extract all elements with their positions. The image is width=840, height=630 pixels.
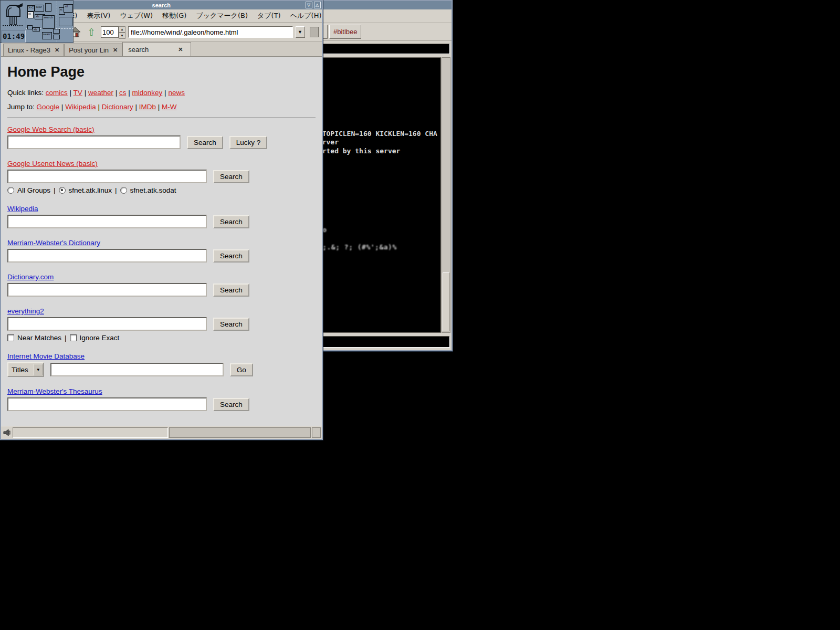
shade-icon[interactable]: ▽ (306, 2, 312, 8)
section-link-imdb[interactable]: Internet Movie Database (7, 352, 85, 360)
select-dropdown-icon: ▼ (34, 364, 43, 375)
link-dictionary[interactable]: Dictionary (102, 103, 133, 111)
link-wikipedia[interactable]: Wikipedia (65, 103, 96, 111)
raise-icon[interactable]: △ (314, 2, 321, 8)
tab-post-your-link[interactable]: Post your Lin ✕ (64, 44, 122, 56)
pager-mini-window[interactable]: search (43, 15, 55, 29)
quick-links: Quick links: comics | TV | weather | cs … (7, 89, 316, 97)
tab-close-icon[interactable]: ✕ (178, 46, 183, 53)
pager-mini-window[interactable] (53, 29, 60, 34)
section-link-google-usenet[interactable]: Google Usenet News (basic) (7, 160, 98, 167)
everything2-search-input[interactable] (7, 317, 207, 331)
dictionary-com-search-button[interactable]: Search (213, 284, 249, 297)
progress-bar (169, 427, 311, 438)
wikipedia-search-button[interactable]: Search (213, 215, 249, 228)
tab-bitlbee[interactable]: #bitlbee (329, 25, 362, 39)
mw-thesaurus-search-input[interactable] (7, 397, 207, 411)
imdb-go-button[interactable]: Go (230, 363, 253, 376)
tab-linux-rage[interactable]: Linux - Rage3 ✕ (3, 44, 64, 56)
radio-sfnet-atk-sodat[interactable] (120, 187, 127, 194)
radio-label-all-groups: All Groups (17, 186, 50, 194)
menu-bookmarks[interactable]: ブックマーク(B) (196, 11, 248, 20)
tab-close-icon[interactable]: ✕ (113, 47, 118, 54)
menu-tabs[interactable]: タブ(T) (257, 11, 281, 20)
google-lucky-button[interactable]: Lucky ? (229, 136, 268, 149)
usenet-search-button[interactable]: Search (213, 170, 249, 183)
google-web-search-button[interactable]: Search (187, 136, 223, 149)
pager-mini-window[interactable]: xb (33, 27, 40, 32)
up-icon[interactable]: ⇧ (85, 25, 98, 39)
checkbox-label-near-matches: Near Matches (17, 334, 61, 342)
url-dropdown-icon[interactable]: ▼ (296, 26, 305, 38)
menu-view[interactable]: 表示(V) (87, 11, 110, 20)
pager-mini-window[interactable] (27, 25, 33, 29)
section-link-mw-thesaurus[interactable]: Merriam-Webster's Thesaurus (7, 387, 102, 395)
tab-label: search (128, 46, 149, 54)
resize-grip[interactable] (312, 427, 321, 438)
mw-dictionary-search-input[interactable] (7, 249, 207, 262)
pager-mini-window[interactable] (53, 35, 60, 39)
checkbox-ignore-exact[interactable] (70, 334, 77, 341)
link-news[interactable]: news (168, 89, 185, 97)
link-comics[interactable]: comics (46, 89, 68, 97)
checkbox-near-matches[interactable] (7, 334, 14, 341)
section-link-mw-dictionary[interactable]: Merriam-Webster's Dictionary (7, 239, 100, 247)
spin-down-icon[interactable]: ▼ (119, 33, 125, 39)
link-imdb[interactable]: IMDb (139, 103, 156, 111)
menu-help[interactable]: ヘルプ(H) (290, 11, 322, 20)
clock: 01:49 (2, 30, 26, 43)
mailbox-icon[interactable] (2, 2, 25, 29)
link-weather[interactable]: weather (88, 89, 113, 97)
mw-thesaurus-search-button[interactable]: Search (213, 398, 249, 411)
clock-time: 01:49 (3, 32, 25, 40)
menu-go[interactable]: 移動(G) (162, 11, 186, 20)
zoom-spinner: ▲ ▼ (101, 26, 125, 38)
everything2-search-button[interactable]: Search (213, 318, 249, 331)
divider (7, 117, 316, 118)
pager-mini-window[interactable]: sear (35, 5, 44, 12)
pager-mini-window[interactable] (59, 17, 72, 26)
scrollbar-thumb[interactable] (443, 272, 449, 331)
pager-mini-window[interactable] (45, 3, 51, 12)
browser-tabbar: Linux - Rage3 ✕ Post your Lin ✕ search ✕ (1, 42, 322, 57)
link-tv[interactable]: TV (74, 89, 82, 97)
section-link-dictionary-com[interactable]: Dictionary.com (7, 273, 54, 281)
link-mldonkey[interactable]: mldonkey (132, 89, 163, 97)
pager-mini-window[interactable]: xtl (64, 4, 73, 13)
checkbox-label-ignore-exact: Ignore Exact (80, 334, 120, 342)
dictionary-com-search-input[interactable] (7, 283, 207, 297)
workspace-pager[interactable]: X-Csearxtxbsearchxbsearcxtxtl (26, 1, 74, 42)
menu-web[interactable]: ウェブ(W) (120, 11, 153, 20)
section-mw-dictionary: Merriam-Webster's Dictionary Search (7, 239, 316, 262)
pager-mini-window[interactable]: xt (27, 12, 34, 18)
link-google[interactable]: Google (37, 103, 60, 111)
radio-label-sfnet-atk-linux: sfnet.atk.linux (69, 186, 112, 194)
zoom-level-input[interactable] (101, 26, 119, 38)
pager-mini-window[interactable]: X-C (27, 5, 35, 12)
section-link-google-web[interactable]: Google Web Search (basic) (7, 125, 94, 133)
jump-links: Jump to: Google | Wikipedia | Dictionary… (7, 103, 316, 111)
tab-search[interactable]: search ✕ (122, 42, 191, 56)
wikipedia-search-input[interactable] (7, 215, 207, 228)
scrollbar[interactable] (442, 57, 450, 333)
link-mw[interactable]: M-W (162, 103, 176, 111)
spin-up-icon[interactable]: ▲ (119, 26, 125, 33)
pager-mini-window[interactable]: searc (42, 32, 52, 39)
section-link-wikipedia[interactable]: Wikipedia (7, 205, 38, 213)
section-link-everything2[interactable]: everything2 (7, 307, 44, 315)
imdb-search-input[interactable] (50, 363, 224, 376)
radio-all-groups[interactable] (7, 187, 14, 194)
status-speaker-icon (2, 428, 12, 437)
browser-statusbar (1, 426, 322, 439)
section-google-web: Google Web Search (basic) Search Lucky ? (7, 125, 316, 149)
radio-label-sfnet-atk-sodat: sfnet.atk.sodat (130, 186, 176, 194)
quick-links-label: Quick links: (7, 89, 44, 97)
mw-dictionary-search-button[interactable]: Search (213, 249, 249, 262)
usenet-search-input[interactable] (7, 170, 207, 183)
imdb-category-select[interactable]: Titles ▼ (7, 362, 44, 377)
link-cs[interactable]: cs (119, 89, 127, 97)
radio-sfnet-atk-linux[interactable] (59, 187, 66, 194)
google-web-search-input[interactable] (7, 135, 181, 149)
url-input[interactable] (128, 26, 293, 38)
tab-close-icon[interactable]: ✕ (55, 47, 59, 54)
